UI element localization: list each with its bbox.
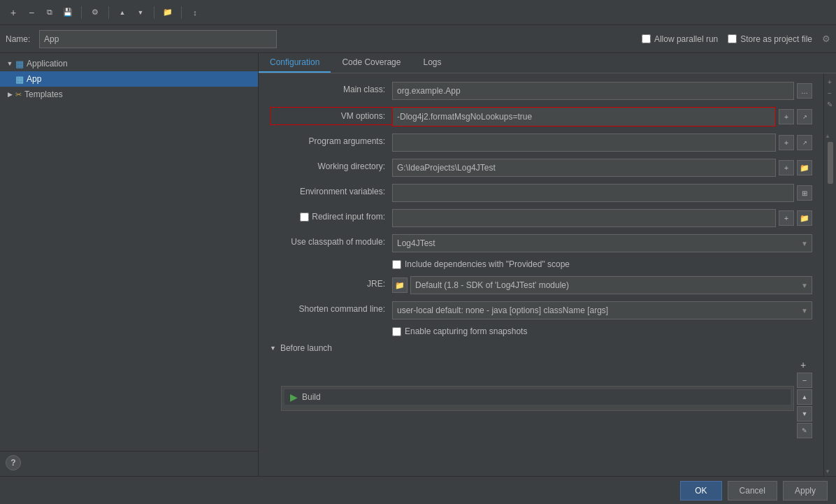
separator-2 [108, 6, 109, 19]
shorten-cmd-select[interactable]: user-local default: none - java [options… [392, 301, 812, 319]
scroll-thumb[interactable] [828, 142, 833, 184]
before-launch-list-row: ▶ Build + − ▲ ▼ ✎ [281, 359, 812, 438]
redirect-input-checkbox[interactable] [300, 213, 309, 222]
classpath-label: Use classpath of module: [270, 234, 392, 247]
tab-code-coverage[interactable]: Code Coverage [331, 53, 412, 73]
redirect-input-add-button[interactable]: + [779, 210, 794, 226]
before-launch-down-button[interactable]: ▼ [797, 406, 812, 422]
classpath-select[interactable]: Log4JTest [392, 234, 812, 252]
configuration-tree: ▼ ▦ Application ▦ App ▶ ✂ Templates [0, 53, 258, 451]
separator-4 [181, 6, 182, 19]
sidebar-action-2[interactable]: − [824, 87, 835, 99]
env-vars-browse-button[interactable]: ⊞ [797, 185, 812, 201]
redirect-input-browse-button[interactable]: 📁 [797, 210, 812, 226]
store-project-text: Store as project file [740, 34, 812, 44]
include-deps-label: Include dependencies with "Provided" sco… [405, 259, 570, 269]
gear-icon[interactable]: ⚙ [822, 34, 830, 44]
shorten-cmd-row: Shorten command line: user-local default… [270, 301, 812, 319]
name-bar: Name: Allow parallel run Store as projec… [0, 25, 836, 53]
add-button[interactable]: + [6, 5, 21, 20]
program-args-collapse-button[interactable]: ↗ [797, 135, 812, 150]
scroll-up-btn[interactable]: ▲ [824, 131, 831, 141]
enable-snapshots-label: Enable capturing form snapshots [405, 326, 527, 336]
classpath-row: Use classpath of module: Log4JTest ▼ [270, 234, 812, 252]
separator-3 [154, 6, 154, 19]
working-dir-row: Working directory: + 📁 [270, 159, 812, 177]
sidebar-action-1[interactable]: + [824, 76, 835, 87]
cancel-button[interactable]: Cancel [728, 481, 777, 501]
scroll-down-btn[interactable]: ▼ [824, 466, 831, 476]
shorten-cmd-select-wrap: user-local default: none - java [options… [392, 301, 812, 319]
sidebar-action-3[interactable]: ✎ [824, 99, 835, 110]
vm-collapse-button[interactable]: ↗ [797, 109, 812, 124]
before-launch-content: ▶ Build + − ▲ ▼ ✎ [270, 359, 812, 438]
copy-button[interactable]: ⧉ [42, 5, 57, 20]
classpath-control: Log4JTest ▼ [392, 234, 812, 252]
jre-control: 📁 Default (1.8 - SDK of 'Log4JTest' modu… [392, 276, 812, 294]
tree-item-templates[interactable]: ▶ ✂ Templates [0, 87, 258, 102]
tab-logs[interactable]: Logs [412, 53, 452, 73]
jre-label: JRE: [270, 276, 392, 289]
program-args-control: + ↗ [392, 134, 812, 152]
before-launch-add-button[interactable]: + [797, 359, 809, 371]
main-class-input[interactable] [392, 82, 794, 100]
store-project-checkbox[interactable] [728, 34, 737, 43]
expand-arrow-templates[interactable]: ▶ [4, 91, 15, 98]
right-sidebar-actions: + − ✎ ▲ ▼ [823, 73, 836, 476]
jre-select[interactable]: Default (1.8 - SDK of 'Log4JTest' module… [410, 276, 812, 294]
env-vars-control: ⊞ [392, 184, 812, 202]
env-vars-row: Environment variables: ⊞ [270, 184, 812, 202]
folder-button[interactable]: 📁 [160, 5, 175, 20]
enable-snapshots-checkbox[interactable] [392, 327, 401, 336]
before-launch-up-button[interactable]: ▲ [797, 389, 812, 405]
before-launch-edit-button[interactable]: ✎ [797, 423, 812, 438]
remove-button[interactable]: − [24, 5, 39, 20]
classpath-select-wrap: Log4JTest ▼ [392, 234, 812, 252]
main-class-browse-button[interactable]: … [797, 83, 812, 99]
redirect-input-row: Redirect input from: + 📁 [270, 209, 812, 227]
vm-options-label: VM options: [270, 107, 392, 125]
ok-button[interactable]: OK [680, 481, 721, 501]
tree-item-app[interactable]: ▦ App [0, 71, 258, 87]
program-args-expand-button[interactable]: + [779, 135, 794, 150]
vm-options-input[interactable] [393, 108, 775, 126]
build-icon: ▶ [290, 391, 298, 403]
move-down-button[interactable]: ▼ [133, 5, 148, 20]
tree-item-application[interactable]: ▼ ▦ Application [0, 56, 258, 71]
tabs-bar: Configuration Code Coverage Logs [259, 53, 836, 73]
expand-arrow-application[interactable]: ▼ [4, 60, 15, 67]
sort-button[interactable]: ↕ [187, 5, 203, 20]
include-deps-checkbox[interactable] [392, 260, 401, 269]
redirect-input-field[interactable] [392, 209, 776, 227]
tab-configuration[interactable]: Configuration [259, 53, 331, 73]
save-button[interactable]: 💾 [60, 5, 75, 20]
working-dir-input[interactable] [392, 159, 776, 177]
apply-button[interactable]: Apply [783, 481, 828, 501]
allow-parallel-checkbox[interactable] [642, 34, 651, 43]
main-class-label: Main class: [270, 82, 392, 94]
vm-options-control: + ↗ [392, 107, 812, 127]
before-launch-remove-button[interactable]: − [797, 373, 812, 388]
before-launch-header: ▼ Before launch [270, 343, 812, 353]
templates-icon: ✂ [15, 90, 22, 99]
working-dir-browse-button[interactable]: 📁 [797, 160, 812, 175]
allow-parallel-label[interactable]: Allow parallel run [642, 34, 718, 44]
program-args-input[interactable] [392, 134, 776, 152]
store-project-label[interactable]: Store as project file [728, 34, 812, 44]
program-args-row: Program arguments: + ↗ [270, 134, 812, 152]
bottom-bar: OK Cancel Apply [0, 476, 836, 504]
env-vars-input[interactable] [392, 184, 794, 202]
build-item[interactable]: ▶ Build [284, 389, 791, 405]
main-area: ▼ ▦ Application ▦ App ▶ ✂ Templates ? Co… [0, 53, 836, 476]
move-up-button[interactable]: ▲ [115, 5, 130, 20]
help-button[interactable]: ? [6, 455, 21, 470]
before-launch-expand[interactable]: ▼ [270, 345, 276, 352]
jre-select-wrap: Default (1.8 - SDK of 'Log4JTest' module… [410, 276, 812, 294]
name-input[interactable] [39, 30, 277, 48]
application-label: Application [27, 59, 68, 69]
working-dir-add-button[interactable]: + [779, 160, 794, 175]
settings-button[interactable]: ⚙ [87, 5, 103, 20]
vm-expand-button[interactable]: + [779, 109, 794, 124]
redirect-input-label: Redirect input from: [270, 209, 392, 222]
jre-browse-button[interactable]: 📁 [392, 278, 408, 293]
